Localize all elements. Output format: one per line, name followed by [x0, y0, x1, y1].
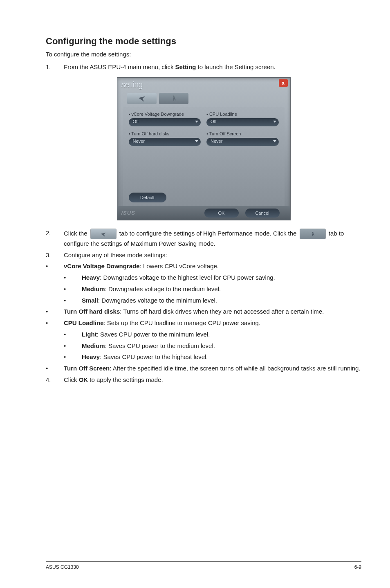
- step-4-text: Click OK to apply the settings made.: [64, 375, 361, 384]
- cpu-bullet-title: CPU Loadline: [64, 319, 104, 326]
- small-title: Small: [82, 297, 98, 304]
- step-4-c: to apply the settings made.: [88, 376, 163, 383]
- screen-dropdown[interactable]: Never: [206, 138, 279, 146]
- hdd-bullet-title: Turn Off hard disks: [64, 308, 120, 315]
- light-title: Light: [82, 331, 97, 338]
- close-icon[interactable]: x: [279, 79, 288, 87]
- footer-right: 6-9: [354, 564, 361, 570]
- screen-option: Turn Off Screen Never: [206, 131, 279, 146]
- dialog-footer: /SUS OK Cancel: [117, 206, 290, 220]
- step-1-part-c: to launch the Setting screen.: [196, 63, 275, 70]
- ok-button[interactable]: OK: [204, 209, 239, 218]
- step-3-number: 3.: [46, 251, 64, 260]
- medium-title: Medium: [82, 285, 105, 292]
- footer-left: ASUS CG1330: [46, 564, 79, 570]
- bullet: •: [64, 285, 82, 294]
- bullet: •: [46, 307, 64, 316]
- cpu-bullet: CPU Loadline: Sets up the CPU loadline t…: [64, 319, 361, 328]
- step-1-bold: Setting: [175, 63, 196, 70]
- hdd-bullet: Turn Off hard disks: Turns off hard disk…: [64, 307, 361, 316]
- screen-label: Turn Off Screen: [206, 131, 279, 136]
- asus-logo: /SUS: [121, 210, 135, 216]
- intro-text: To configure the mode settings:: [46, 51, 361, 58]
- vcore-option: vCore Voltage Downgrade Off: [129, 112, 201, 126]
- bullet: •: [64, 352, 82, 361]
- step-2-number: 2.: [46, 229, 64, 248]
- step-2-b: tab to configure the settings of High Pe…: [118, 230, 298, 237]
- dialog-content: vCore Voltage Downgrade Off CPU Loadline…: [123, 107, 285, 206]
- vcore-label: vCore Voltage Downgrade: [129, 112, 201, 117]
- vcore-dropdown[interactable]: Off: [129, 118, 201, 126]
- tab-high-performance[interactable]: [127, 93, 157, 104]
- medium2-desc: : Saves CPU power to the medium level.: [105, 342, 215, 349]
- medium2-title: Medium: [82, 342, 105, 349]
- cpu-label: CPU Loadline: [206, 112, 279, 117]
- bullet: •: [64, 296, 82, 305]
- step-2-a: Click the: [64, 230, 89, 237]
- screenshot-container: setting x vCore Voltage Downgrade Off CP…: [46, 77, 361, 220]
- hdd-label: Turn Off hard disks: [129, 131, 201, 136]
- dialog-tabs: [117, 90, 290, 104]
- vcore-bullet-desc: : Lowers CPU vCore voltage.: [140, 263, 219, 269]
- bullet: •: [64, 273, 82, 282]
- plane-icon: [138, 94, 146, 103]
- step-2-text: Click the tab to configure the settings …: [64, 229, 361, 248]
- bullet: •: [46, 319, 64, 328]
- heavy2-desc: : Saves CPU power to the highest level.: [100, 353, 208, 360]
- cpu-bullet-desc: : Sets up the CPU loadline to manage CPU…: [104, 319, 261, 326]
- cancel-button[interactable]: Cancel: [245, 209, 280, 218]
- bullet: •: [64, 341, 82, 350]
- hdd-dropdown[interactable]: Never: [129, 138, 201, 146]
- small-sub: Small: Downgrades voltage to the minimum…: [82, 296, 361, 305]
- tab-power-saving[interactable]: [159, 93, 188, 104]
- medium-sub: Medium: Downgrades voltage to the medium…: [82, 285, 361, 294]
- small-desc: : Downgrades voltage to the minimum leve…: [98, 297, 217, 304]
- step-1-number: 1.: [46, 63, 64, 72]
- step-3-text: Configure any of these mode settings:: [64, 251, 361, 260]
- hard-disks-option: Turn Off hard disks Never: [129, 131, 201, 146]
- bullet: •: [46, 262, 64, 271]
- step-4-a: Click: [64, 376, 79, 383]
- cpu-dropdown[interactable]: Off: [206, 118, 279, 126]
- svg-point-0: [173, 95, 174, 97]
- screen-bullet-title: Turn Off Screen: [64, 365, 110, 372]
- heavy-title: Heavy: [82, 274, 100, 281]
- heavy2-title: Heavy: [82, 353, 100, 360]
- dialog-title: setting: [117, 78, 290, 90]
- screen-bullet: Turn Off Screen: After the specified idl…: [64, 364, 361, 373]
- light-sub: Light: Saves CPU power to the minimum le…: [82, 330, 361, 339]
- hdd-bullet-desc: : Turns off hard disk drives when they a…: [120, 308, 324, 315]
- bullet: •: [46, 364, 64, 373]
- step-4-number: 4.: [46, 375, 64, 384]
- page-title: Configuring the mode settings: [46, 36, 361, 47]
- default-button[interactable]: Default: [129, 193, 166, 202]
- vcore-bullet: vCore Voltage Downgrade: Lowers CPU vCor…: [64, 262, 361, 271]
- heavy-desc: : Downgrades voltage to the highest leve…: [100, 274, 275, 281]
- step-4-bold: OK: [79, 376, 88, 383]
- medium2-sub: Medium: Saves CPU power to the medium le…: [82, 341, 361, 350]
- setting-dialog: setting x vCore Voltage Downgrade Off CP…: [117, 77, 291, 220]
- cpu-loadline-option: CPU Loadline Off: [206, 112, 279, 126]
- screen-bullet-desc: : After the specified idle time, the scr…: [110, 365, 360, 372]
- walk-icon: [170, 94, 178, 103]
- inline-tab-power-saving: [300, 229, 326, 239]
- medium-desc: : Downgrades voltage to the medium level…: [105, 285, 221, 292]
- page-footer: ASUS CG1330 6-9: [46, 561, 361, 570]
- svg-point-1: [312, 232, 313, 233]
- light-desc: : Saves CPU power to the minimum level.: [97, 331, 210, 338]
- step-1-text: From the ASUS EPU-4 main menu, click Set…: [64, 63, 361, 72]
- step-1-part-a: From the ASUS EPU-4 main menu, click: [64, 63, 175, 70]
- bullet: •: [64, 330, 82, 339]
- inline-tab-high-perf: [90, 229, 117, 239]
- vcore-bullet-title: vCore Voltage Downgrade: [64, 263, 140, 269]
- heavy-sub: Heavy: Downgrades voltage to the highest…: [82, 273, 361, 282]
- heavy2-sub: Heavy: Saves CPU power to the highest le…: [82, 352, 361, 361]
